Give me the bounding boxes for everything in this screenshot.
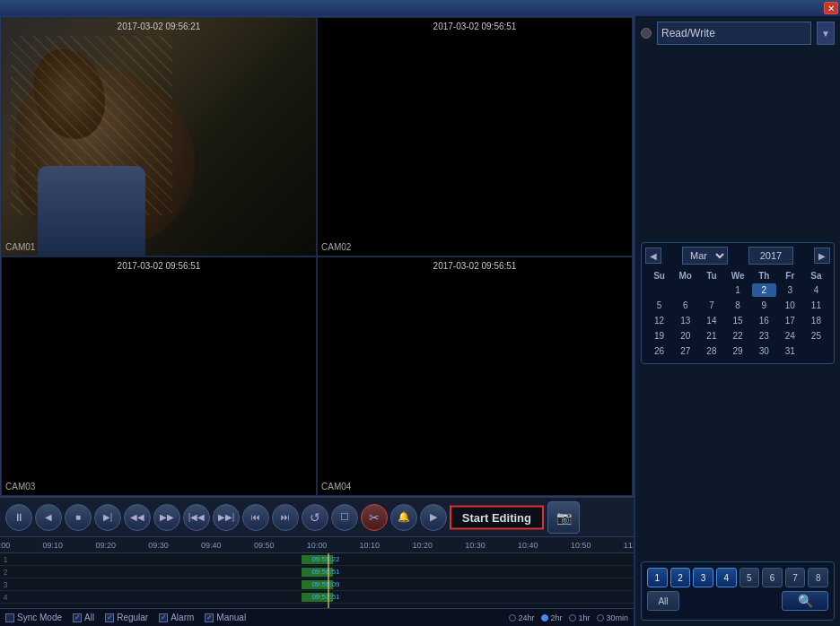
cal-day[interactable]: 1 — [725, 283, 749, 297]
video-cell-cam04: 2017-03-02 09:56:51 CAM04 — [317, 256, 633, 496]
refresh-button[interactable]: ↺ — [302, 504, 328, 531]
clip-button[interactable]: ☐ — [331, 504, 358, 531]
cal-day[interactable]: 13 — [673, 314, 697, 327]
30min-radio[interactable] — [597, 614, 604, 622]
time-view-2hr[interactable]: 2hr — [541, 613, 562, 622]
30min-label: 30min — [606, 613, 628, 622]
camera-snapshot-button[interactable]: 📷 — [547, 501, 580, 534]
rewind-fast-button[interactable]: ◀◀ — [124, 504, 151, 531]
next-segment-button[interactable]: ▶▶| — [213, 504, 240, 531]
cam-btn-6[interactable]: 6 — [762, 568, 783, 587]
cal-day[interactable]: 7 — [699, 299, 723, 312]
forward-frame-button[interactable]: ▶| — [94, 504, 121, 531]
timeline-area[interactable]: 09:0009:1009:2009:3009:4009:5010:0010:10… — [0, 536, 634, 608]
cal-day[interactable]: 9 — [752, 299, 776, 312]
regular-check-item[interactable]: ✓ Regular — [105, 613, 148, 622]
cam-btn-all[interactable]: All — [647, 591, 679, 611]
cam03-timestamp: 2017-03-02 09:56:51 — [118, 261, 201, 271]
cam-btn-8[interactable]: 8 — [808, 568, 828, 587]
time-view-30min[interactable]: 30min — [597, 613, 628, 622]
track-content[interactable]: 09:59:09 — [11, 578, 634, 590]
rw-dropdown[interactable]: Read/Write Read Only Write Only — [657, 22, 811, 45]
reverse-button[interactable]: ◀ — [35, 504, 62, 531]
cal-day[interactable]: 24 — [778, 329, 802, 343]
cam-btn-row-2: All 🔍 — [647, 591, 828, 611]
cam02-label: CAM02 — [321, 242, 351, 252]
cal-day[interactable]: 23 — [752, 329, 776, 343]
cal-day[interactable]: 27 — [673, 344, 697, 358]
stop-button[interactable]: ■ — [65, 504, 92, 531]
track-content[interactable]: 09:59:22 — [11, 553, 634, 565]
cal-day[interactable]: 6 — [673, 299, 697, 312]
timeline-tracks[interactable]: 109:59:22209:56:51309:59:09409:57:51 — [0, 553, 634, 608]
cal-day[interactable]: 22 — [725, 329, 749, 343]
cal-day[interactable]: 14 — [699, 314, 723, 327]
track-timestamp: 09:57:51 — [311, 593, 339, 601]
cal-day[interactable]: 11 — [804, 299, 828, 312]
manual-checkbox[interactable]: ✓ — [205, 613, 214, 622]
track-row: 209:56:51 — [0, 566, 634, 578]
next-channel-button[interactable]: ⏭ — [272, 504, 299, 531]
track-row: 109:59:22 — [0, 553, 634, 566]
regular-checkbox[interactable]: ✓ — [105, 613, 114, 622]
track-content[interactable]: 09:57:51 — [11, 591, 634, 603]
cal-day[interactable]: 15 — [725, 314, 749, 327]
cal-day[interactable]: 12 — [647, 314, 671, 327]
start-editing-button[interactable]: Start Editing — [450, 505, 544, 529]
cal-next-month[interactable]: ▶ — [814, 248, 830, 264]
fast-forward-button[interactable]: ▶▶ — [153, 504, 180, 531]
cam-btn-4[interactable]: 4 — [716, 568, 737, 587]
manual-check-item[interactable]: ✓ Manual — [205, 613, 246, 622]
close-button[interactable]: ✕ — [824, 2, 838, 14]
cal-day[interactable]: 29 — [725, 344, 749, 358]
all-check-item[interactable]: ✓ All — [73, 613, 94, 622]
time-view-1hr[interactable]: 1hr — [569, 613, 590, 622]
scissors-button[interactable]: ✂ — [361, 504, 388, 531]
cal-day[interactable]: 8 — [725, 299, 749, 312]
cal-day[interactable]: 16 — [752, 314, 776, 327]
cal-day[interactable]: 25 — [804, 329, 828, 343]
cal-day[interactable]: 21 — [699, 329, 723, 343]
time-tick: 10:20 — [412, 541, 433, 550]
prev-segment-button[interactable]: |◀◀ — [183, 504, 210, 531]
alarm-check-item[interactable]: ✓ Alarm — [159, 613, 194, 622]
sync-mode-item[interactable]: Sync Mode — [5, 613, 62, 622]
cal-header-su: Su — [647, 270, 671, 282]
cal-day[interactable]: 20 — [673, 329, 697, 343]
cal-day[interactable]: 26 — [647, 344, 671, 358]
cam-btn-3[interactable]: 3 — [693, 568, 713, 587]
24hr-radio[interactable] — [509, 614, 516, 622]
cal-day[interactable]: 17 — [778, 314, 802, 327]
2hr-radio[interactable] — [541, 614, 548, 622]
cal-day[interactable]: 19 — [647, 329, 671, 343]
time-view-24hr[interactable]: 24hr — [509, 613, 534, 622]
track-content[interactable]: 09:56:51 — [11, 566, 634, 578]
cal-month-select[interactable]: JanFebMar AprMayJun JulAugSep OctNovDec — [682, 247, 728, 265]
prev-channel-button[interactable]: ⏮ — [242, 504, 269, 531]
cal-day[interactable]: 5 — [647, 299, 671, 312]
audio-button[interactable]: 🔔 — [390, 504, 417, 531]
cam-search-button[interactable]: 🔍 — [782, 591, 828, 611]
cal-day[interactable]: 4 — [804, 283, 828, 297]
cal-day[interactable]: 18 — [804, 314, 828, 327]
cal-day[interactable]: 10 — [778, 299, 802, 312]
cal-day — [699, 283, 723, 297]
cal-day[interactable]: 31 — [778, 344, 802, 358]
cal-day[interactable]: 2 — [752, 283, 776, 297]
cal-prev-month[interactable]: ◀ — [645, 248, 661, 264]
alarm-checkbox[interactable]: ✓ — [159, 613, 168, 622]
play-button[interactable]: ▶ — [420, 504, 447, 531]
cal-day[interactable]: 28 — [699, 344, 723, 358]
cam-btn-7[interactable]: 7 — [785, 568, 806, 587]
cal-day[interactable]: 30 — [752, 344, 776, 358]
track-timestamp: 09:59:22 — [311, 555, 339, 563]
cam-btn-5[interactable]: 5 — [739, 568, 760, 587]
sync-mode-checkbox[interactable] — [5, 613, 14, 622]
pause-button[interactable]: ⏸ — [5, 504, 32, 531]
cal-day[interactable]: 3 — [778, 283, 802, 297]
1hr-radio[interactable] — [569, 614, 576, 622]
rw-dropdown-arrow[interactable]: ▼ — [817, 22, 835, 45]
cam-btn-1[interactable]: 1 — [647, 568, 668, 587]
all-checkbox[interactable]: ✓ — [73, 613, 82, 622]
cam-btn-2[interactable]: 2 — [670, 568, 691, 587]
